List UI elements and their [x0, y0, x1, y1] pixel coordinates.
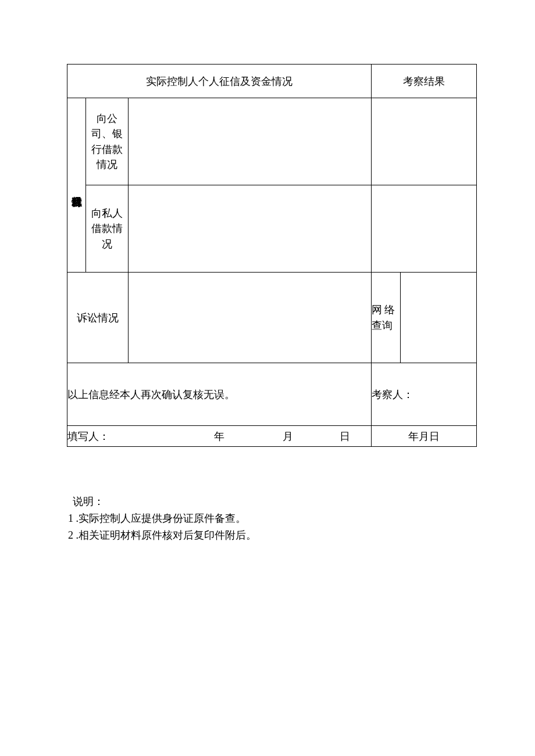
- notes-item-2: 2 .相关证明材料原件核对后复印件附后。: [68, 527, 477, 544]
- inspector-cell: 考察人：: [371, 363, 476, 426]
- signature-row: 填写人：年月日 年月日: [67, 426, 477, 447]
- credit-fund-table: 实际控制人个人征信及资金情况 考察结果 对公对私借款情况 向公司、银行借款情况 …: [67, 64, 477, 447]
- date-compact-cell: 年月日: [371, 426, 476, 447]
- loan-group-cell: 对公对私借款情况: [67, 98, 86, 273]
- loan-company-value: [128, 98, 371, 185]
- loan-private-label-cell: 向私人借款情况: [86, 185, 128, 273]
- year-label: 年: [214, 431, 224, 442]
- net-query-label: 网 络查询: [372, 304, 395, 331]
- table-title-cell: 实际控制人个人征信及资金情况: [67, 65, 372, 98]
- confirm-text: 以上信息经本人再次确认复核无误。: [67, 389, 235, 400]
- month-label: 月: [283, 431, 293, 442]
- notes-item-1-num: 1 .: [68, 513, 79, 524]
- inspector-label: 考察人：: [372, 389, 413, 400]
- loan-private-value: [128, 185, 371, 273]
- notes-item-2-text: 相关证明材料原件核对后复印件附后。: [79, 529, 256, 541]
- table-header-row: 实际控制人个人征信及资金情况 考察结果: [67, 65, 477, 98]
- confirmation-row: 以上信息经本人再次确认复核无误。 考察人：: [67, 363, 477, 426]
- notes-section: 说明： 1 .实际控制人应提供身份证原件备查。 2 .相关证明材料原件核对后复印…: [67, 493, 477, 543]
- signer-label: 填写人：: [67, 431, 109, 442]
- litigation-value: [128, 273, 371, 363]
- net-query-value: [401, 273, 477, 363]
- loan-private-label: 向私人借款情况: [91, 207, 123, 249]
- litigation-row: 诉讼情况 网 络查询: [67, 273, 477, 363]
- loan-company-label: 向公司、银行借款情况: [91, 113, 123, 170]
- loan-company-label-cell: 向公司、银行借款情况: [86, 98, 128, 185]
- notes-heading: 说明：: [73, 493, 477, 510]
- notes-item-1-text: 实际控制人应提供身份证原件备查。: [79, 513, 246, 524]
- loan-private-result: [371, 185, 476, 273]
- result-header-cell: 考察结果: [371, 65, 476, 98]
- result-header: 考察结果: [403, 76, 445, 87]
- loan-company-row: 对公对私借款情况 向公司、银行借款情况: [67, 98, 477, 185]
- confirm-text-cell: 以上信息经本人再次确认复核无误。: [67, 363, 372, 426]
- table-title: 实际控制人个人征信及资金情况: [146, 76, 293, 87]
- day-label: 日: [340, 431, 350, 442]
- signer-cell: 填写人：年月日: [67, 426, 372, 447]
- net-query-cell: 网 络查询: [371, 273, 400, 363]
- notes-item-2-num: 2 .: [68, 529, 79, 541]
- litigation-label-cell: 诉讼情况: [67, 273, 129, 363]
- loan-company-result: [371, 98, 476, 185]
- date-compact: 年月日: [408, 431, 440, 442]
- loan-private-row: 向私人借款情况: [67, 185, 477, 273]
- notes-item-1: 1 .实际控制人应提供身份证原件备查。: [68, 510, 477, 527]
- litigation-label: 诉讼情况: [77, 312, 119, 324]
